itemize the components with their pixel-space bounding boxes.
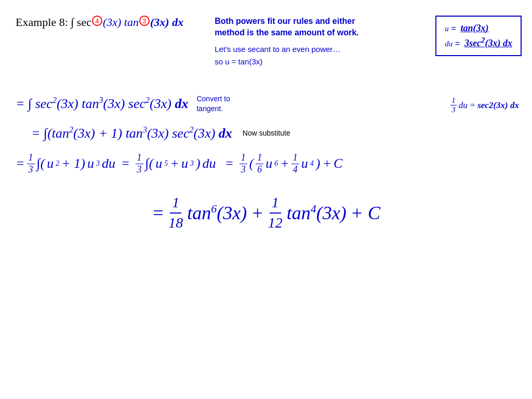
convert-to-tangent-note: Convert to tangent. bbox=[196, 94, 230, 114]
blue-note: Both powers fit our rules and either met… bbox=[215, 16, 358, 39]
final-plus-C: + C bbox=[351, 202, 380, 224]
eq3-math: = 1 3 ∫(u2 + 1)u3 du = 1 3 ∫(u5 + u3)du … bbox=[16, 152, 342, 175]
exponent-4-circle: 4 bbox=[92, 16, 102, 26]
let-note: Let's use secant to an even power… so u … bbox=[215, 43, 358, 68]
eq2-math: = ∫(tan2(3x) + 1) tan3(3x) sec2(3x) dx bbox=[31, 125, 232, 141]
let-note-line2: so u = tan(3x) bbox=[215, 57, 262, 66]
final-plus-1: + bbox=[251, 202, 263, 224]
eq1-math: = ∫ sec2(3x) tan3(3x) sec2(3x) dx bbox=[16, 96, 188, 112]
let-note-line1: Let's use secant to an even power… bbox=[215, 45, 340, 54]
u-value: tan(3x) bbox=[461, 23, 489, 33]
blue-note-line2: method is the same amount of work. bbox=[215, 28, 358, 37]
final-tan6: tan6(3x) bbox=[187, 202, 247, 224]
equation-line-2: = ∫(tan2(3x) + 1) tan3(3x) sec2(3x) dx N… bbox=[16, 125, 516, 141]
final-tan4: tan4(3x) bbox=[287, 202, 347, 224]
equation-line-3: = 1 3 ∫(u2 + 1)u3 du = 1 3 ∫(u5 + u3)du … bbox=[16, 152, 516, 175]
third-du-equation: 1 3 du = sec2(3x) dx bbox=[450, 96, 519, 114]
du-definition: du = 3sec2(3x) dx bbox=[445, 36, 512, 49]
convert-to-line1: Convert to bbox=[196, 95, 230, 103]
final-eq-equals: = bbox=[152, 202, 164, 224]
page: Example 8: ∫ sec 4 (3x) tan 3 (3x) dx Bo… bbox=[0, 0, 532, 399]
blue-notes: Both powers fit our rules and either met… bbox=[199, 16, 358, 68]
convert-to-line2: tangent. bbox=[196, 104, 223, 113]
u-definition: u = tan(3x) bbox=[445, 23, 512, 34]
equation-line-1: = ∫ sec2(3x) tan3(3x) sec2(3x) dx Conver… bbox=[16, 94, 516, 114]
title-math-2: (3x) dx bbox=[150, 16, 183, 29]
final-equation: = 1 18 tan6(3x) + 1 12 tan4(3x) + C bbox=[16, 193, 516, 232]
now-substitute-label: Now substitute bbox=[243, 129, 290, 137]
exponent-3-circle: 3 bbox=[139, 16, 150, 26]
example-label: Example 8: ∫ sec bbox=[16, 16, 91, 29]
frac-1-18: 1 18 bbox=[168, 193, 183, 232]
du-value: 3sec2(3x) dx bbox=[464, 38, 512, 48]
frac-1-12: 1 12 bbox=[268, 193, 283, 232]
blue-note-line1: Both powers fit our rules and either bbox=[215, 17, 355, 25]
u-substitution-box: u = tan(3x) du = 3sec2(3x) dx bbox=[435, 16, 522, 56]
title-math-1: (3x) tan bbox=[103, 16, 139, 29]
